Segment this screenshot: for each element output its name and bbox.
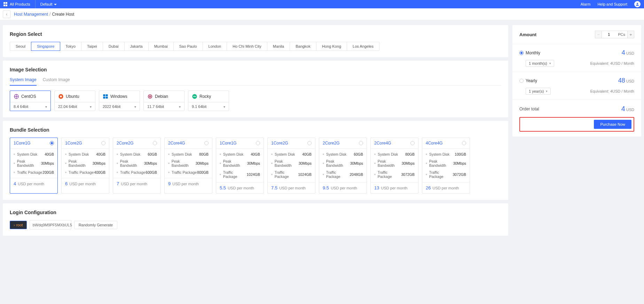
bundle-price: 4 USD per month (10, 178, 57, 189)
purchase-now-button[interactable]: Purchase Now (594, 120, 631, 129)
breadcrumb-separator: / (49, 12, 50, 17)
monthly-equivalent: Equivalent: 4USD / Month (590, 61, 634, 65)
spec-disk-label: System Disk (326, 152, 346, 156)
chevron-down-icon: ▾ (45, 105, 47, 109)
region-tab-los-angeles[interactable]: Los Angeles (347, 42, 379, 50)
monthly-duration-select[interactable]: 1 month(s) ▾ (526, 60, 554, 67)
spec-disk-label: System Disk (120, 152, 140, 156)
bundle-card[interactable]: 1Core2GSystem Disk40GBPeak Bandwidth30Mb… (267, 138, 315, 194)
spec-disk-value: 80GB (199, 152, 209, 156)
spec-disk-value: 40GB (96, 152, 105, 156)
spec-bw-label: Peak Bandwidth (429, 159, 453, 167)
spec-traffic-label: Traffic Package (275, 170, 298, 179)
chevron-down-icon: ▾ (223, 105, 225, 109)
os-version-select[interactable]: 22.04 64bit▾ (55, 102, 95, 111)
tab-system-image[interactable]: System Image (10, 77, 37, 86)
bundle-price: 7.5 USD per month (268, 182, 315, 193)
bundle-card[interactable]: 1Core2GSystem Disk40GBPeak Bandwidth30Mb… (61, 138, 109, 194)
chevron-down-icon: ▾ (546, 89, 548, 93)
tab-custom-image[interactable]: Custom Image (43, 77, 70, 85)
region-tab-london[interactable]: London (203, 42, 227, 50)
os-version-value: 2022 64bit (103, 104, 120, 109)
region-tabs: SeoulSingaporeTokyoTaipeiDubaiJakartaMum… (10, 42, 379, 51)
bundle-card[interactable]: 4Core4GSystem Disk100GBPeak Bandwidth30M… (422, 138, 470, 194)
bundle-card[interactable]: 1Core1GSystem Disk40GBPeak Bandwidth30Mb… (10, 138, 58, 194)
os-card-centos[interactable]: CentOS8.4 64bit▾ (10, 91, 51, 111)
os-version-select[interactable]: 11.7 64bit▾ (144, 102, 184, 111)
stepper-plus-button[interactable]: + (627, 31, 634, 38)
randomly-generate-button[interactable]: Randomly Generate (74, 221, 117, 229)
region-tab-bangkok[interactable]: Bangkok (290, 42, 316, 50)
spec-bw-value: 30Mbps (41, 161, 54, 165)
spec-traffic-label: Traffic Package (17, 170, 42, 174)
password-field[interactable]: bWdq9M9PF5MXbUL5 👁 (30, 220, 71, 229)
spec-bw-value: 30Mbps (144, 161, 157, 165)
user-avatar-icon[interactable] (634, 1, 641, 7)
region-tab-singapore[interactable]: Singapore (31, 42, 60, 51)
breadcrumb-parent[interactable]: Host Management (14, 12, 48, 17)
region-tab-hong-kong[interactable]: Hong Kong (316, 42, 347, 50)
os-version-select[interactable]: 8.4 64bit▾ (10, 102, 50, 111)
region-tab-seoul[interactable]: Seoul (10, 42, 31, 50)
os-version-value: 22.04 64bit (58, 104, 77, 109)
region-tab-taipei[interactable]: Taipei (81, 42, 103, 50)
os-card-ubuntu[interactable]: Ubuntu22.04 64bit▾ (54, 91, 95, 111)
spec-bw-label: Peak Bandwidth (172, 159, 196, 167)
yearly-radio[interactable]: Yearly (519, 78, 537, 83)
stepper-minus-button[interactable]: − (595, 31, 602, 38)
os-card-rocky[interactable]: Rocky9.1 64bit▾ (188, 91, 229, 111)
bundle-card[interactable]: 2Core2GSystem Disk60GBPeak Bandwidth30Mb… (113, 138, 161, 194)
help-link[interactable]: Help and Support (597, 2, 627, 6)
region-tab-sao-paulo[interactable]: Sao Paulo (174, 42, 203, 50)
spec-traffic-value: 400GB (94, 170, 105, 174)
radio-unchecked-icon (410, 141, 415, 145)
bundle-name: 2Core2G (117, 141, 134, 146)
bundle-price: 6 USD per month (62, 178, 109, 189)
monthly-radio[interactable]: Monthly (519, 50, 540, 55)
region-tab-mumbai[interactable]: Mumbai (149, 42, 174, 50)
spec-traffic-value: 200GB (42, 170, 54, 174)
login-user-tag: root (10, 221, 27, 229)
stepper-input[interactable] (602, 31, 616, 38)
bundle-card[interactable]: 1Core1GSystem Disk40GBPeak Bandwidth30Mb… (216, 138, 264, 194)
alarm-link[interactable]: Alarm (581, 2, 591, 6)
tenant-selector[interactable]: Default (40, 2, 57, 6)
all-products-link[interactable]: All Products (10, 2, 30, 6)
image-title: Image Selection (10, 67, 501, 72)
bundle-name: 4Core4G (426, 141, 443, 146)
region-tab-dubai[interactable]: Dubai (103, 42, 125, 50)
os-card-windows[interactable]: Windows2022 64bit▾ (99, 91, 140, 111)
svg-rect-5 (106, 94, 108, 96)
region-tab-manila[interactable]: Manila (267, 42, 290, 50)
chevron-down-icon: ▾ (134, 105, 136, 109)
login-config-card: Login Configuration root bWdq9M9PF5MXbUL… (3, 203, 508, 236)
spec-traffic-value: 1024GB (246, 172, 260, 177)
windows-icon (103, 94, 108, 99)
apps-icon[interactable] (3, 2, 8, 6)
radio-unchecked-icon (359, 141, 363, 145)
svg-rect-7 (106, 97, 108, 99)
os-version-select[interactable]: 2022 64bit▾ (99, 102, 140, 111)
region-title: Region Select (10, 31, 501, 37)
bundle-name: 2Core4G (374, 141, 391, 146)
back-button[interactable]: ‹ (3, 10, 10, 18)
order-total-price: 4USD (621, 105, 634, 113)
spec-traffic-value: 1024GB (298, 172, 312, 177)
svg-point-0 (637, 3, 638, 4)
os-card-debian[interactable]: Debian11.7 64bit▾ (143, 91, 184, 111)
bundle-card[interactable]: 2Core4GSystem Disk80GBPeak Bandwidth30Mb… (164, 138, 212, 194)
quantity-stepper[interactable]: − PCs + (595, 31, 634, 38)
region-tab-ho-chi-minh-city[interactable]: Ho Chi Minh City (227, 42, 267, 50)
bundle-card[interactable]: 2Core4GSystem Disk80GBPeak Bandwidth30Mb… (370, 138, 418, 194)
spec-bw-label: Peak Bandwidth (69, 159, 93, 167)
svg-point-9 (149, 96, 151, 97)
spec-disk-label: System Disk (223, 152, 243, 156)
yearly-duration-select[interactable]: 1 year(s) ▾ (526, 88, 551, 95)
chevron-down-icon: ▾ (179, 105, 181, 109)
bundle-grid: 1Core1GSystem Disk40GBPeak Bandwidth30Mb… (10, 138, 501, 194)
spec-disk-label: System Disk (429, 152, 449, 156)
bundle-card[interactable]: 2Core2GSystem Disk60GBPeak Bandwidth30Mb… (319, 138, 367, 194)
region-tab-tokyo[interactable]: Tokyo (60, 42, 81, 50)
region-tab-jakarta[interactable]: Jakarta (125, 42, 149, 50)
os-version-select[interactable]: 9.1 64bit▾ (188, 102, 229, 111)
